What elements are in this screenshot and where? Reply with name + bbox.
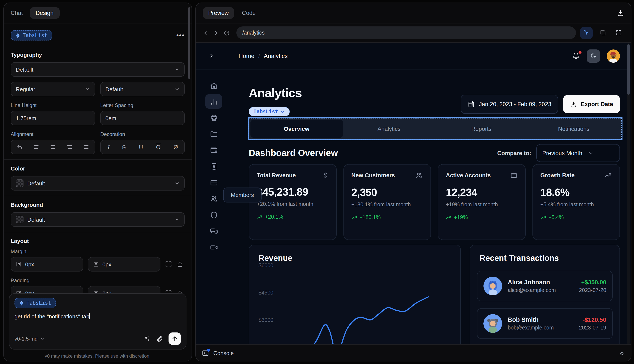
sidebar-item-members[interactable] (205, 192, 222, 206)
tab-notifications[interactable]: Notifications (528, 120, 620, 138)
compare-select[interactable]: Previous Month (536, 144, 620, 162)
export-data-button[interactable]: Export Data (563, 95, 620, 114)
margin-x-input[interactable]: 0px (11, 257, 83, 272)
cursor-select-icon (583, 30, 590, 36)
color-select[interactable]: Default (11, 176, 185, 190)
console-bar[interactable]: Console (196, 344, 631, 361)
compare-label: Compare to: (497, 150, 531, 156)
tab-code[interactable]: Code (242, 10, 256, 16)
italic-icon[interactable]: I (107, 144, 109, 150)
sidebar-item-analytics[interactable] (205, 94, 222, 109)
tab-overview[interactable]: Overview (250, 120, 343, 138)
tab-chat[interactable]: Chat (11, 10, 23, 16)
margin-y-input[interactable]: 0px (88, 257, 160, 272)
tab-reports[interactable]: Reports (435, 120, 528, 138)
chat-composer[interactable]: TabsList get rid of the "notifications" … (9, 293, 186, 350)
revenue-line-chart (274, 260, 457, 345)
font-family-select[interactable]: Default (11, 62, 185, 77)
attach-file-button[interactable] (156, 335, 163, 342)
selected-component-chip[interactable]: TabsList (11, 30, 52, 40)
tabslist-selection-outline: Overview Analytics Reports Notifications (248, 117, 622, 140)
overline-icon[interactable]: O (156, 144, 160, 150)
sidebar-item-video[interactable] (205, 240, 222, 254)
line-height-input[interactable]: 1.75rem (11, 111, 95, 125)
background-select[interactable]: Default (11, 212, 185, 227)
selection-chip[interactable]: TabsList (249, 107, 290, 116)
undo-icon[interactable] (17, 144, 23, 150)
forward-button[interactable] (211, 30, 221, 36)
user-avatar[interactable] (607, 49, 620, 62)
page-title: Analytics (249, 86, 302, 100)
refresh-icon (224, 30, 230, 36)
composer-message[interactable]: get rid of the "notifications" tab (15, 313, 181, 320)
users-icon (416, 172, 423, 179)
lock-margin-icon[interactable] (177, 261, 183, 268)
notifications-button[interactable] (572, 52, 580, 60)
chevron-down-icon (174, 181, 180, 186)
breadcrumb-home[interactable]: Home (238, 52, 254, 59)
screen: Chat Design TabsList ••• Typography Defa… (0, 0, 634, 364)
composer-component-chip[interactable]: TabsList (15, 298, 56, 308)
preview-scrollbar[interactable] (627, 44, 630, 344)
underline-icon[interactable]: U (139, 144, 143, 150)
credit-card-icon (510, 172, 517, 179)
send-button[interactable] (169, 332, 181, 345)
chevron-right-icon (213, 30, 219, 36)
expand-console-button[interactable] (619, 350, 625, 356)
select-element-button[interactable] (580, 27, 593, 39)
tab-analytics[interactable]: Analytics (343, 120, 435, 138)
refresh-button[interactable] (221, 30, 232, 36)
alignment-label: Alignment (11, 131, 95, 137)
sidebar-item-security[interactable] (205, 208, 222, 222)
transaction-row[interactable]: Bob Smith bob@example.com -$120.50 2023-… (477, 308, 613, 339)
tab-design[interactable]: Design (30, 7, 60, 19)
fullscreen-button[interactable] (613, 30, 624, 36)
sidebar-item-home[interactable] (205, 78, 222, 93)
credit-card-icon (210, 178, 218, 186)
font-size-select[interactable]: Default (100, 82, 185, 96)
sidebar-item-cards[interactable] (205, 175, 222, 190)
alignment-toolbar (11, 140, 95, 154)
tab-preview[interactable]: Preview (203, 7, 234, 19)
stat-card-growth-rate: Growth Rate 18.6% +5.4% from last month … (532, 164, 620, 240)
font-weight-select[interactable]: Regular (11, 82, 95, 96)
strikethrough-icon[interactable]: S (122, 144, 126, 150)
wallet-icon (210, 146, 218, 154)
tabslist: Overview Analytics Reports Notifications (249, 118, 621, 139)
transaction-row[interactable]: Alice Johnson alice@example.com +$350.00… (477, 271, 613, 301)
y-tick: $3000 (258, 317, 273, 323)
sidebar-expand-button[interactable] (209, 53, 215, 59)
enhance-prompt-button[interactable] (143, 335, 151, 342)
sidebar-item-messages[interactable] (205, 224, 222, 238)
layout-section-title: Layout (11, 238, 185, 244)
download-button[interactable] (617, 10, 624, 16)
theme-toggle-button[interactable] (587, 49, 600, 62)
align-justify-icon[interactable] (83, 144, 89, 150)
sidebar-item-printer[interactable] (205, 110, 222, 125)
sidebar-item-invoices[interactable] (205, 159, 222, 174)
members-tooltip: Members (223, 188, 261, 202)
chevron-down-icon (174, 217, 180, 222)
sidebar-item-folder[interactable] (205, 126, 222, 141)
no-decoration-icon[interactable]: Ø (173, 144, 178, 150)
back-button[interactable] (200, 30, 211, 36)
color-section-title: Color (11, 166, 185, 172)
diamond-icon (15, 33, 20, 38)
align-right-icon[interactable] (67, 144, 73, 150)
letter-spacing-input[interactable]: 0em (100, 111, 185, 125)
download-icon (617, 10, 624, 16)
background-section-title: Background (11, 202, 185, 208)
shield-icon (210, 211, 218, 219)
align-left-icon[interactable] (33, 144, 39, 150)
sidebar-item-wallet[interactable] (205, 143, 222, 157)
model-select[interactable]: v0-1.5-md (15, 336, 45, 342)
design-panel-scrollbar[interactable] (188, 7, 190, 79)
align-center-icon[interactable] (50, 144, 56, 150)
expand-margin-icon[interactable] (165, 261, 172, 268)
scrollbar-thumb[interactable] (627, 44, 630, 94)
duplicate-button[interactable] (597, 30, 608, 36)
url-bar[interactable]: /analytics (236, 26, 576, 39)
more-menu-button[interactable]: ••• (176, 32, 185, 39)
date-range-button[interactable]: Jan 20, 2023 - Feb 09, 2023 (461, 94, 558, 114)
chevron-down-icon (40, 336, 45, 341)
